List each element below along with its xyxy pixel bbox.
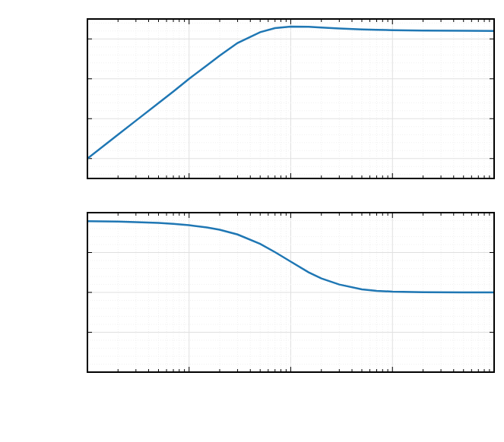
bode-figure	[0, 0, 504, 442]
plot-svg	[0, 0, 504, 442]
